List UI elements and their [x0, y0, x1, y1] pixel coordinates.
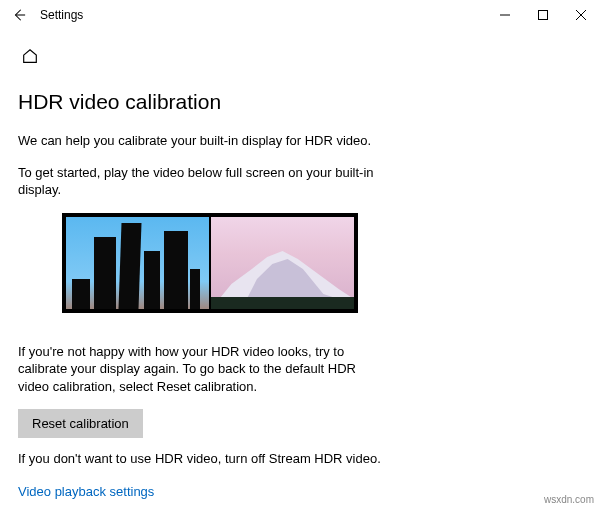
video-panel-mountain [211, 217, 354, 309]
home-icon [21, 47, 39, 65]
video-panel-city [66, 217, 209, 309]
window-title: Settings [40, 8, 83, 22]
maximize-button[interactable] [524, 0, 562, 30]
back-button[interactable] [4, 0, 34, 30]
watermark: wsxdn.com [544, 494, 594, 505]
building-icon [118, 223, 141, 309]
nav-row [0, 30, 600, 68]
calibration-video[interactable] [62, 213, 358, 313]
building-icon [94, 237, 116, 309]
minimize-icon [500, 10, 510, 20]
recalibrate-text: If you're not happy with how your HDR vi… [18, 343, 388, 396]
page-title: HDR video calibration [18, 90, 582, 114]
svg-rect-1 [539, 11, 548, 20]
home-button[interactable] [18, 44, 42, 68]
intro-text: We can help you calibrate your built-in … [18, 132, 388, 150]
close-icon [576, 10, 586, 20]
titlebar: Settings [0, 0, 600, 30]
building-icon [164, 231, 188, 309]
close-button[interactable] [562, 0, 600, 30]
content-area: HDR video calibration We can help you ca… [0, 68, 600, 500]
building-icon [190, 269, 200, 309]
video-playback-settings-link[interactable]: Video playback settings [18, 484, 154, 499]
building-icon [144, 251, 160, 309]
mountain-foreground [211, 297, 354, 309]
reset-calibration-button[interactable]: Reset calibration [18, 409, 143, 438]
window-controls [486, 0, 600, 30]
minimize-button[interactable] [486, 0, 524, 30]
arrow-left-icon [12, 8, 26, 22]
spacer [18, 327, 582, 343]
instruction-text: To get started, play the video below ful… [18, 164, 388, 199]
turnoff-text: If you don't want to use HDR video, turn… [18, 450, 388, 468]
building-icon [72, 279, 90, 309]
maximize-icon [538, 10, 548, 20]
